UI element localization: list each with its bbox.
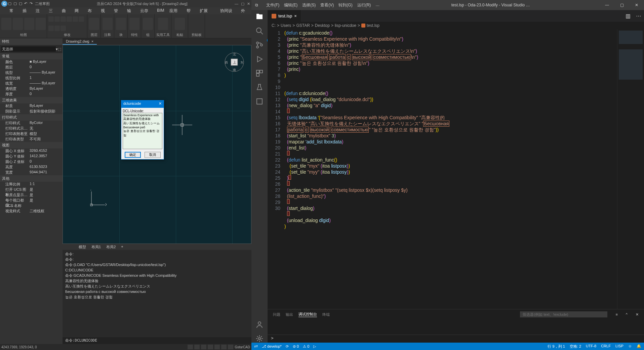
document-tab[interactable]: Drawing2.dwg × — [63, 39, 97, 45]
workspace-label[interactable]: 二维草图 — [35, 1, 50, 6]
stretch-icon[interactable] — [48, 26, 54, 31]
dyn-icon[interactable] — [228, 345, 233, 349]
menu-item[interactable]: BIM — [154, 7, 167, 14]
property-row[interactable]: 打印样式示…无 — [0, 126, 63, 131]
property-row[interactable]: 打印样式ByColor — [0, 121, 63, 126]
branch[interactable]: ⎇ develop* — [262, 344, 282, 349]
prop-value[interactable]: 无 — [30, 126, 63, 131]
add-layout-button[interactable]: + — [118, 244, 126, 250]
remote-icon[interactable]: ⮂ — [254, 344, 258, 348]
command-history[interactable]: 命令:命令:命令:(LOAD "C:/Users/GSTAR/Desktop/l… — [63, 250, 251, 337]
selection-dropdown[interactable] — [1, 46, 56, 52]
property-row[interactable]: 打印表类型不可用 — [0, 137, 63, 142]
property-row[interactable]: 线型比例1 — [0, 76, 63, 81]
property-row[interactable]: 线型——— ByLayer — [0, 70, 63, 76]
menu-item[interactable]: 协同设计 — [217, 7, 238, 14]
breadcrumbs[interactable]: C:> Users> GSTAR> Desktop> lisp-unicdoe>… — [268, 22, 644, 29]
redo-icon[interactable]: ↷ — [30, 1, 34, 6]
extensions-icon[interactable] — [255, 69, 264, 77]
maximize-icon[interactable]: ▢ — [241, 2, 244, 6]
line-icon[interactable] — [1, 18, 11, 30]
text-icon[interactable] — [103, 18, 113, 30]
section-header[interactable]: 视图 — [0, 142, 63, 148]
save-icon[interactable]: ▢ — [19, 1, 24, 6]
menu-item[interactable]: 管理 — [111, 7, 124, 14]
menu-item[interactable]: 曲面 — [59, 7, 72, 14]
cancel-button[interactable]: 取消 — [145, 152, 161, 158]
settings-icon[interactable] — [255, 335, 264, 343]
menu-view[interactable]: 查看(V) — [318, 1, 336, 9]
property-row[interactable]: 每个视口都显…是 — [0, 198, 63, 203]
maximize-icon[interactable]: ▢ — [614, 0, 629, 10]
section-general[interactable]: 常规 — [0, 53, 63, 59]
prop-value[interactable]: ByLayer — [30, 86, 63, 92]
property-row[interactable]: 厚度0 — [0, 92, 63, 97]
property-row[interactable]: 颜色■ ByLayer — [0, 59, 63, 65]
search-icon[interactable] — [255, 27, 264, 35]
crumb[interactable]: Desktop — [315, 23, 330, 28]
property-row[interactable]: 线宽——— ByLayer — [0, 81, 63, 86]
split-editor-icon[interactable]: ▥ — [623, 10, 633, 22]
close-icon[interactable]: ✕ — [629, 0, 644, 10]
property-row[interactable]: 圆心 X 坐标3260.4152 — [0, 148, 63, 154]
menu-selection[interactable]: 选择(S) — [300, 1, 318, 9]
trim-icon[interactable] — [61, 16, 66, 22]
prop-value[interactable]: ■ ByLayer — [30, 59, 63, 65]
arc-icon[interactable] — [36, 18, 46, 30]
crumb[interactable]: Users — [281, 23, 291, 28]
prop-value[interactable]: 不可用 — [30, 137, 63, 142]
prop-value[interactable]: ByColor — [30, 121, 63, 126]
panel-tab-problems[interactable]: 问题 — [273, 312, 280, 317]
misc-icon[interactable] — [255, 97, 264, 105]
property-row[interactable]: UCS 名称 — [0, 203, 63, 209]
language[interactable]: LISP — [615, 344, 623, 349]
property-row[interactable]: 在原点显示…是 — [0, 192, 63, 198]
menu-item[interactable]: 帮助 — [184, 7, 197, 14]
more-actions-icon[interactable]: ⋯ — [633, 10, 644, 22]
layout-tab[interactable]: 模型 — [76, 244, 89, 250]
open-icon[interactable]: ▢ — [13, 1, 18, 6]
group-icon[interactable] — [143, 18, 153, 30]
panel-tab-output[interactable]: 输出 — [286, 312, 293, 317]
property-row[interactable]: 透明度ByLayer — [0, 86, 63, 92]
close-icon[interactable]: ✕ — [247, 2, 250, 6]
explorer-icon[interactable] — [255, 13, 264, 21]
prop-value[interactable]: 1:1 — [30, 182, 63, 187]
array-icon[interactable] — [61, 26, 66, 31]
property-row[interactable]: 打印表附着至模型 — [0, 131, 63, 137]
menu-item[interactable]: 应用软 — [167, 7, 184, 14]
testing-icon[interactable] — [255, 83, 264, 91]
menu-item[interactable]: 常用 — [7, 7, 20, 14]
osnap-icon[interactable] — [208, 345, 213, 349]
move-icon[interactable] — [48, 16, 54, 22]
ln-col[interactable]: 行 9，列 1 — [548, 344, 565, 349]
errors[interactable]: ⊘ 0 — [293, 344, 299, 349]
command-input[interactable]: 命令:DCLUNICODE — [63, 337, 251, 344]
debug-prompt[interactable]: > — [268, 335, 644, 343]
new-icon[interactable]: ▢ — [8, 1, 13, 6]
ok-button[interactable]: 确定 — [125, 152, 141, 158]
property-row[interactable]: 圆心 Z 坐标0 — [0, 159, 63, 165]
prop-value[interactable]: ——— ByLayer — [30, 81, 63, 86]
close-tab-icon[interactable]: × — [294, 13, 297, 18]
lineweight-icon[interactable] — [221, 345, 227, 349]
otrack-icon[interactable] — [214, 345, 220, 349]
minimize-icon[interactable]: — — [235, 2, 238, 6]
dialog-listbox[interactable]: Seamless Experience with高兼容性的无缝体验高い互換性を備… — [123, 113, 162, 149]
polyline-icon[interactable] — [13, 18, 23, 30]
prop-value[interactable]: 投射和接收阴影 — [30, 109, 63, 114]
rotate-icon[interactable] — [54, 16, 60, 22]
grid-snap-icon[interactable] — [188, 345, 193, 349]
run-debug-icon[interactable] — [255, 55, 264, 63]
prop-value[interactable]: 二维线框 — [30, 209, 63, 214]
menu-item[interactable]: 布局 — [85, 7, 98, 14]
layout-tab[interactable]: 布局2 — [104, 244, 118, 250]
circle-icon[interactable] — [24, 18, 34, 30]
sync-icon[interactable]: ⟳ — [286, 344, 289, 349]
debug-start-icon[interactable]: ▷ — [313, 344, 316, 349]
prop-value[interactable]: 是 — [30, 192, 63, 198]
code-text[interactable]: (defun c:gcadunicode() (princ "Seamless … — [284, 29, 617, 309]
property-row[interactable]: 打开 UCS 图标是 — [0, 187, 63, 192]
property-row[interactable]: 宽度9344.9471 — [0, 170, 63, 175]
eol[interactable]: CRLF — [601, 344, 611, 349]
